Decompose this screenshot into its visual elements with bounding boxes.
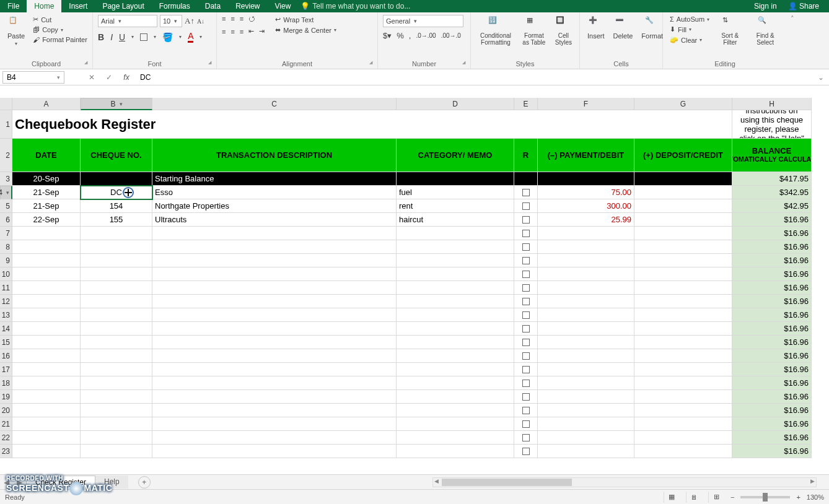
cell-empty[interactable] bbox=[152, 254, 397, 267]
cell-cheque[interactable]: 154 bbox=[81, 199, 152, 213]
cell-empty[interactable] bbox=[634, 295, 732, 308]
cell-description[interactable]: Esso bbox=[152, 186, 397, 199]
column-header-G[interactable]: G bbox=[634, 98, 732, 110]
cell-empty[interactable] bbox=[152, 417, 397, 431]
find-select-button[interactable]: 🔍Find & Select bbox=[748, 15, 782, 47]
autosum-button[interactable]: ΣAutoSum▾ bbox=[668, 15, 711, 24]
row-header-8[interactable]: 8 bbox=[0, 240, 12, 254]
cell-empty[interactable] bbox=[81, 431, 152, 445]
header-balance[interactable]: BALANCE(AUTOMATICALLY CALCULATES) bbox=[732, 139, 812, 172]
accounting-format-button[interactable]: $▾ bbox=[383, 31, 392, 40]
cell-credit[interactable] bbox=[634, 213, 732, 227]
cell-empty[interactable] bbox=[397, 336, 514, 349]
cell-empty[interactable] bbox=[12, 254, 81, 267]
cell-empty[interactable] bbox=[81, 308, 152, 322]
cell-empty[interactable] bbox=[81, 227, 152, 240]
cell-credit[interactable] bbox=[634, 186, 732, 199]
column-header-D[interactable]: D bbox=[397, 98, 514, 110]
underline-button[interactable]: U bbox=[119, 32, 125, 42]
cell-empty[interactable] bbox=[81, 295, 152, 308]
cell-empty[interactable] bbox=[81, 281, 152, 295]
reconcile-checkbox[interactable] bbox=[522, 311, 530, 319]
cell-empty[interactable] bbox=[634, 227, 732, 240]
cell-empty[interactable]: $16.96 bbox=[732, 295, 812, 308]
percent-format-button[interactable]: % bbox=[397, 31, 404, 40]
cell-empty[interactable] bbox=[397, 308, 514, 322]
font-size-select[interactable]: 10 bbox=[160, 15, 182, 27]
row-header-2[interactable]: 2 bbox=[0, 139, 12, 172]
column-header-H[interactable]: H bbox=[732, 98, 812, 110]
cell-empty[interactable] bbox=[12, 376, 81, 390]
cell-empty[interactable] bbox=[397, 363, 514, 376]
cell-empty[interactable]: $16.96 bbox=[732, 254, 812, 267]
align-left-button[interactable]: ≡ bbox=[222, 28, 226, 35]
increase-decimal-button[interactable]: .0→.00 bbox=[416, 32, 436, 39]
zoom-in-button[interactable]: + bbox=[796, 493, 800, 501]
cell-empty[interactable] bbox=[81, 363, 152, 376]
tab-view[interactable]: View bbox=[268, 0, 299, 12]
cell-empty[interactable] bbox=[514, 240, 538, 254]
cell-empty[interactable]: $16.96 bbox=[732, 431, 812, 445]
cell-empty[interactable] bbox=[514, 322, 538, 336]
cell-cheque[interactable]: 155 bbox=[81, 213, 152, 227]
cell-empty[interactable]: $16.96 bbox=[732, 227, 812, 240]
row-header-4[interactable]: 4 bbox=[0, 186, 12, 199]
sign-in-link[interactable]: Sign in bbox=[754, 2, 777, 11]
cell-styles-button[interactable]: 🔲Cell Styles bbox=[553, 15, 574, 47]
cell-empty[interactable] bbox=[538, 227, 634, 240]
column-header-C[interactable]: C bbox=[152, 98, 397, 110]
reconcile-checkbox[interactable] bbox=[522, 298, 530, 305]
row-header-13[interactable]: 13 bbox=[0, 308, 12, 322]
cell-empty[interactable] bbox=[152, 431, 397, 445]
format-cells-button[interactable]: 🔧Format bbox=[639, 15, 665, 41]
wrap-text-button[interactable]: ↩Wrap Text bbox=[273, 15, 338, 24]
cell-empty[interactable] bbox=[152, 295, 397, 308]
cell-empty[interactable] bbox=[81, 404, 152, 417]
bold-button[interactable]: B bbox=[98, 32, 104, 42]
cell-empty[interactable] bbox=[12, 431, 81, 445]
tell-me-search[interactable]: 💡 Tell me what you want to do... bbox=[300, 2, 410, 11]
increase-indent-button[interactable]: ⇥ bbox=[259, 27, 265, 35]
cell-empty[interactable] bbox=[152, 336, 397, 349]
cell-balance[interactable]: $342.95 bbox=[732, 186, 812, 199]
cell-empty[interactable] bbox=[634, 254, 732, 267]
cell-empty[interactable] bbox=[152, 376, 397, 390]
cell-empty[interactable] bbox=[538, 295, 634, 308]
row-header-20[interactable]: 20 bbox=[0, 404, 12, 417]
copy-button[interactable]: 🗐Copy▾ bbox=[31, 25, 89, 34]
cell-empty[interactable] bbox=[634, 336, 732, 349]
row-header-14[interactable]: 14 bbox=[0, 322, 12, 336]
reconcile-checkbox[interactable] bbox=[522, 448, 530, 455]
cell-empty[interactable]: $16.96 bbox=[732, 390, 812, 404]
title-cell[interactable]: Chequebook Register bbox=[12, 110, 732, 139]
cell-empty[interactable] bbox=[397, 254, 514, 267]
cell-empty[interactable] bbox=[514, 295, 538, 308]
format-as-table-button[interactable]: ▦Format as Table bbox=[519, 15, 549, 47]
collapse-ribbon-button[interactable]: ˄ bbox=[787, 12, 798, 69]
cell-empty[interactable] bbox=[514, 376, 538, 390]
cell-empty[interactable] bbox=[12, 240, 81, 254]
fx-icon[interactable]: fx bbox=[118, 73, 135, 82]
borders-button[interactable] bbox=[140, 33, 147, 41]
cell-description[interactable]: Starting Balance bbox=[152, 172, 397, 186]
fill-button[interactable]: ⬇Fill▾ bbox=[668, 25, 711, 34]
cell-empty[interactable] bbox=[12, 322, 81, 336]
cell-empty[interactable] bbox=[634, 363, 732, 376]
cell-description[interactable]: Ultracuts bbox=[152, 213, 397, 227]
spreadsheet-grid[interactable]: ABCDEFGH1Chequebook RegisterFor help and… bbox=[0, 98, 829, 474]
cell-empty[interactable]: $16.96 bbox=[732, 336, 812, 349]
row-header-17[interactable]: 17 bbox=[0, 363, 12, 376]
cell-date[interactable]: 22-Sep bbox=[12, 213, 81, 227]
cell-debit[interactable]: 25.99 bbox=[538, 213, 634, 227]
cell-category[interactable]: fuel bbox=[397, 186, 514, 199]
cell-empty[interactable] bbox=[538, 445, 634, 458]
cell-cheque[interactable] bbox=[81, 172, 152, 186]
cell-empty[interactable]: $16.96 bbox=[732, 445, 812, 458]
column-header-E[interactable]: E bbox=[514, 98, 538, 110]
cell-empty[interactable]: $16.96 bbox=[732, 404, 812, 417]
cell-description[interactable]: Northgate Properties bbox=[152, 199, 397, 213]
row-header-16[interactable]: 16 bbox=[0, 349, 12, 363]
decrease-font-button[interactable]: A↓ bbox=[197, 18, 204, 25]
header-cheque[interactable]: CHEQUE NO. bbox=[81, 139, 152, 172]
row-header-5[interactable]: 5 bbox=[0, 199, 12, 213]
